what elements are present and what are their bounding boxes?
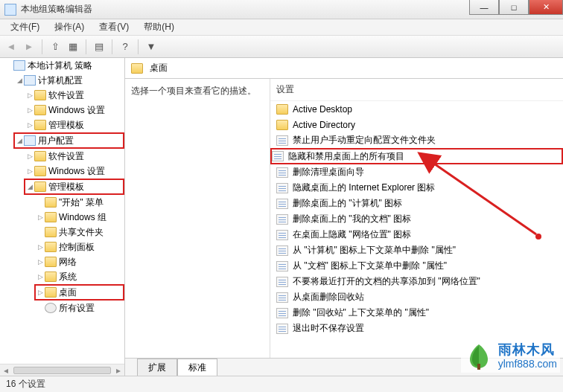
settings-folder[interactable]: Active Desktop bbox=[270, 101, 563, 117]
folder-icon bbox=[45, 271, 57, 282]
settings-policy[interactable]: 不要将最近打开的文档的共享添加到 "网络位置" bbox=[270, 274, 563, 289]
policy-icon bbox=[276, 261, 288, 271]
forward-button[interactable]: ► bbox=[21, 39, 37, 55]
maximize-button[interactable]: □ bbox=[499, 0, 529, 15]
settings-policy[interactable]: 从桌面删除回收站 bbox=[270, 289, 563, 305]
export-button[interactable]: ▤ bbox=[91, 39, 107, 55]
tree-horizontal-scrollbar[interactable]: ◂ ▸ bbox=[0, 364, 124, 376]
tree-cc-software[interactable]: ▷软件设置 bbox=[24, 88, 124, 103]
folder-icon bbox=[34, 120, 46, 130]
up-button[interactable]: ⇧ bbox=[47, 39, 63, 55]
policy-root-icon bbox=[13, 60, 25, 71]
expand-icon[interactable]: ▷ bbox=[36, 243, 45, 251]
expand-icon[interactable]: ▷ bbox=[25, 91, 34, 99]
tree-network[interactable]: ▷网络 bbox=[34, 254, 124, 269]
expand-icon[interactable]: ▷ bbox=[25, 152, 34, 160]
policy-icon bbox=[276, 230, 288, 240]
tree-label: 管理模板 bbox=[48, 181, 84, 193]
settings-policy[interactable]: 隐藏桌面上的 Internet Explorer 图标 bbox=[270, 180, 563, 196]
expand-icon[interactable]: ▷ bbox=[36, 289, 45, 296]
tree-uc-software[interactable]: ▷软件设置 bbox=[24, 149, 124, 164]
folder-icon bbox=[45, 242, 57, 252]
tree-cc-windows[interactable]: ▷Windows 设置 bbox=[24, 103, 124, 118]
settings-policy[interactable]: 从 "计算机" 图标上下文菜单中删除 "属性" bbox=[270, 242, 563, 258]
close-button[interactable]: ✕ bbox=[529, 0, 563, 15]
settings-item-label: Active Directory bbox=[293, 120, 355, 130]
tree-desktop[interactable]: ▷桌面 bbox=[34, 284, 124, 301]
tree-win-comp[interactable]: ▷Windows 组 bbox=[34, 210, 124, 225]
settings-policy[interactable]: 删除桌面上的 "计算机" 图标 bbox=[270, 196, 563, 211]
folder-icon bbox=[34, 105, 46, 115]
tree-control-panel[interactable]: ▷控制面板 bbox=[34, 240, 124, 254]
settings-item-label: 退出时不保存设置 bbox=[293, 322, 364, 335]
settings-folder[interactable]: Active Directory bbox=[270, 117, 563, 132]
settings-policy[interactable]: 删除清理桌面向导 bbox=[270, 164, 563, 180]
status-text: 16 个设置 bbox=[6, 378, 45, 391]
tree-shared[interactable]: 共享文件夹 bbox=[34, 225, 124, 240]
tree-cc-admin[interactable]: ▷管理模板 bbox=[24, 118, 124, 132]
tree-label: 计算机配置 bbox=[38, 74, 83, 87]
folder-icon bbox=[45, 197, 57, 208]
policy-icon bbox=[272, 151, 284, 161]
collapse-icon[interactable]: ◢ bbox=[25, 183, 34, 190]
settings-item-label: 从桌面删除回收站 bbox=[293, 291, 364, 303]
show-hide-tree-button[interactable]: ▦ bbox=[65, 39, 81, 55]
help-button[interactable]: ? bbox=[117, 39, 133, 55]
tree-label: "开始" 菜单 bbox=[59, 196, 104, 209]
menu-action[interactable]: 操作(A) bbox=[47, 19, 92, 35]
tree-root[interactable]: 本地计算机 策略 bbox=[3, 58, 124, 73]
minimize-button[interactable]: — bbox=[469, 0, 499, 15]
folder-icon bbox=[34, 166, 46, 176]
scroll-left-icon[interactable]: ◂ bbox=[0, 365, 12, 376]
settings-item-label: 删除清理桌面向导 bbox=[293, 166, 364, 179]
navigation-tree[interactable]: 本地计算机 策略 ◢ 计算机配置 ▷软件设置 ▷Windows 设置 ▷管理模板 bbox=[0, 58, 125, 376]
watermark-url: ylmf888.com bbox=[498, 358, 557, 370]
watermark: 雨林木风 ylmf888.com bbox=[461, 340, 560, 373]
scroll-right-icon[interactable]: ▸ bbox=[112, 365, 124, 376]
tree-label: 用户配置 bbox=[38, 135, 74, 147]
menu-help[interactable]: 帮助(H) bbox=[136, 19, 182, 35]
svg-rect-2 bbox=[477, 364, 480, 370]
expand-icon[interactable]: ▷ bbox=[25, 106, 34, 114]
filter-button[interactable]: ▼ bbox=[143, 39, 159, 55]
tree-computer-config[interactable]: ◢ 计算机配置 bbox=[13, 73, 124, 88]
settings-policy[interactable]: 删除 "回收站" 上下文菜单的 "属性" bbox=[270, 305, 563, 321]
app-icon bbox=[4, 4, 16, 16]
tree-all-settings[interactable]: 所有设置 bbox=[34, 301, 124, 315]
expand-icon[interactable]: ▷ bbox=[25, 121, 34, 129]
settings-policy[interactable]: 在桌面上隐藏 "网络位置" 图标 bbox=[270, 227, 563, 242]
tree-label: Windows 设置 bbox=[48, 165, 105, 178]
tree-system[interactable]: ▷系统 bbox=[34, 269, 124, 284]
settings-item-label: 禁止用户手动重定向配置文件文件夹 bbox=[293, 134, 436, 147]
expand-icon[interactable]: ▷ bbox=[36, 273, 45, 280]
folder-icon bbox=[34, 151, 46, 161]
settings-policy[interactable]: 隐藏和禁用桌面上的所有项目 bbox=[270, 148, 563, 164]
menu-view[interactable]: 查看(V) bbox=[92, 19, 136, 35]
policy-icon bbox=[276, 199, 288, 209]
policy-icon bbox=[276, 292, 288, 303]
settings-item-label: 不要将最近打开的文档的共享添加到 "网络位置" bbox=[293, 275, 480, 288]
description-text: 选择一个项目来查看它的描述。 bbox=[131, 85, 264, 97]
expand-icon[interactable]: ▷ bbox=[25, 167, 34, 175]
status-bar: 16 个设置 bbox=[0, 376, 563, 392]
expand-icon[interactable]: ▷ bbox=[36, 258, 45, 266]
scroll-thumb[interactable] bbox=[13, 367, 111, 374]
back-button[interactable]: ◄ bbox=[3, 39, 19, 55]
expand-icon[interactable]: ▷ bbox=[36, 213, 45, 221]
settings-policy[interactable]: 从 "文档" 图标上下文菜单中删除 "属性" bbox=[270, 258, 563, 274]
tree-uc-admin[interactable]: ◢管理模板 bbox=[24, 179, 124, 195]
collapse-icon[interactable]: ◢ bbox=[15, 77, 24, 84]
settings-policy[interactable]: 删除桌面上的 "我的文档" 图标 bbox=[270, 211, 563, 227]
tab-standard[interactable]: 标准 bbox=[177, 359, 217, 376]
collapse-icon[interactable]: ◢ bbox=[15, 137, 24, 144]
settings-list[interactable]: 设置 Active DesktopActive Directory禁止用户手动重… bbox=[270, 79, 563, 358]
tab-extended[interactable]: 扩展 bbox=[137, 359, 177, 376]
settings-policy[interactable]: 禁止用户手动重定向配置文件文件夹 bbox=[270, 132, 563, 148]
menu-file[interactable]: 文件(F) bbox=[3, 19, 47, 35]
tree-user-config[interactable]: ◢ 用户配置 bbox=[13, 132, 124, 149]
settings-policy[interactable]: 退出时不保存设置 bbox=[270, 321, 563, 336]
tree-start-menu[interactable]: "开始" 菜单 bbox=[34, 195, 124, 210]
settings-column-header[interactable]: 设置 bbox=[270, 79, 563, 101]
tree-uc-windows[interactable]: ▷Windows 设置 bbox=[24, 164, 124, 179]
toolbar-separator bbox=[86, 39, 86, 54]
